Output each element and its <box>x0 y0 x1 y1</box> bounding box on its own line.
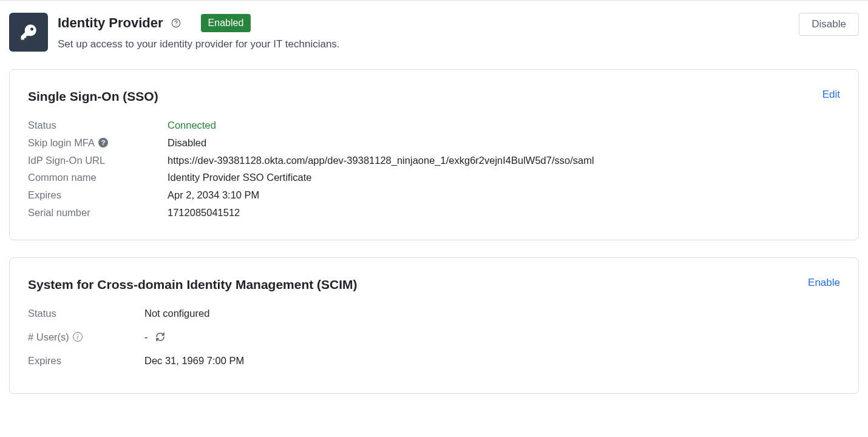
sso-serial-value: 1712085041512 <box>168 205 240 220</box>
question-icon[interactable]: ? <box>98 138 108 147</box>
page-title: Identity Provider <box>58 13 163 33</box>
scim-title: System for Cross-domain Identity Managem… <box>28 275 358 294</box>
sso-skipmfa-value: Disabled <box>168 135 206 151</box>
help-icon[interactable] <box>171 18 181 29</box>
sso-card: Single Sign-On (SSO) Edit Status Connect… <box>9 69 859 240</box>
enable-link[interactable]: Enable <box>808 275 840 291</box>
page-header: Identity Provider Enabled Set up access … <box>9 13 859 52</box>
sso-expires-value: Apr 2, 2034 3:10 PM <box>168 188 259 203</box>
disable-button[interactable]: Disable <box>799 13 859 36</box>
sso-status-value: Connected <box>168 118 216 133</box>
scim-card: System for Cross-domain Identity Managem… <box>9 257 859 395</box>
sso-cn-label: Common name <box>28 170 168 185</box>
key-icon <box>9 13 48 52</box>
scim-expires-label: Expires <box>28 353 144 368</box>
status-badge: Enabled <box>201 14 251 32</box>
page-subtitle: Set up access to your identity provider … <box>58 36 789 52</box>
sso-title: Single Sign-On (SSO) <box>28 87 158 106</box>
svg-point-1 <box>175 24 176 25</box>
sso-skipmfa-label: Skip login MFA ? <box>28 135 168 151</box>
info-icon[interactable]: i <box>73 332 83 342</box>
refresh-icon[interactable] <box>155 332 165 342</box>
scim-users-label: # User(s) i <box>28 330 144 345</box>
sso-url-label: IdP Sign-On URL <box>28 153 168 168</box>
sso-cn-value: Identity Provider SSO Certificate <box>168 170 312 185</box>
sso-url-value: https://dev-39381128.okta.com/app/dev-39… <box>168 153 594 168</box>
sso-serial-label: Serial number <box>28 205 168 220</box>
scim-status-value: Not configured <box>144 306 209 321</box>
scim-expires-value: Dec 31, 1969 7:00 PM <box>144 353 244 368</box>
edit-link[interactable]: Edit <box>822 87 840 103</box>
sso-status-label: Status <box>28 118 168 133</box>
scim-status-label: Status <box>28 306 144 321</box>
sso-expires-label: Expires <box>28 188 168 203</box>
scim-users-value: - <box>144 330 165 345</box>
